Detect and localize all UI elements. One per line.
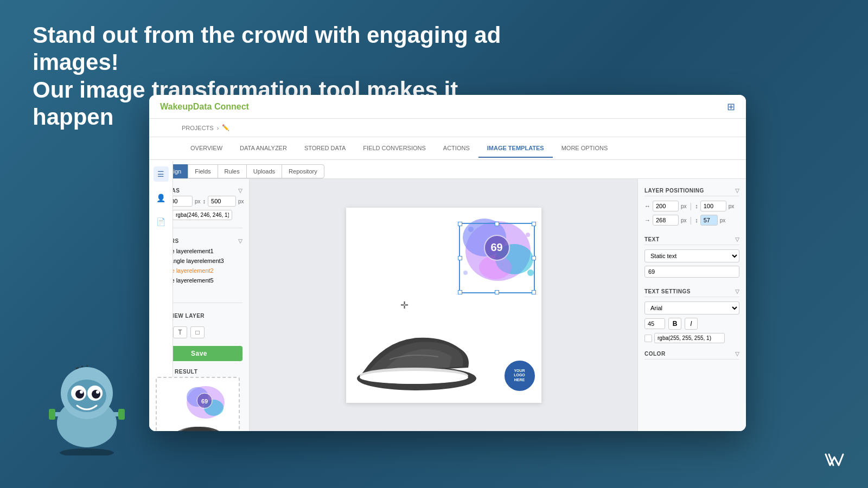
svg-point-38 bbox=[360, 371, 468, 384]
layer-positioning-filter[interactable]: ▽ bbox=[735, 188, 740, 194]
nav-tabs: OVERVIEW DATA ANALYZER STORED DATA FIELD… bbox=[149, 137, 746, 160]
canvas-preview[interactable]: 69 ✛ bbox=[346, 208, 541, 403]
color-section: COLOR ▽ bbox=[644, 349, 739, 364]
sidebar-icon-doc[interactable]: 📄 bbox=[154, 214, 169, 229]
sub-tab-uploads[interactable]: Uploads bbox=[246, 164, 282, 178]
add-shape-layer-btn[interactable]: □ bbox=[190, 326, 205, 338]
pos-separator: | bbox=[690, 202, 692, 210]
svg-point-5 bbox=[75, 390, 84, 399]
pos-w-input[interactable] bbox=[653, 215, 679, 226]
svg-point-6 bbox=[92, 390, 100, 399]
pos-y-input[interactable] bbox=[700, 201, 726, 211]
nav-tab-field-conversions[interactable]: FIELD CONVERSIONS bbox=[354, 139, 435, 158]
pos-y-arrow: ↕ bbox=[695, 203, 698, 209]
svg-rect-14 bbox=[118, 409, 125, 420]
text-settings-section: TEXT SETTINGS ▽ Arial B I bbox=[644, 286, 739, 343]
nav-tab-more-options[interactable]: MORE OPTIONS bbox=[553, 139, 617, 158]
sub-tabs-container: Design Fields Rules Uploads Repository bbox=[149, 160, 746, 179]
robot-character bbox=[33, 336, 141, 455]
text-color-input[interactable] bbox=[654, 333, 725, 343]
color-section-header: COLOR ▽ bbox=[644, 349, 739, 359]
canvas-filter-icon[interactable]: ▽ bbox=[238, 188, 243, 194]
wakeup-logo-bottom-right bbox=[825, 452, 846, 472]
svg-point-31 bbox=[479, 255, 512, 279]
pos-x-arrow: ↔ bbox=[644, 203, 650, 209]
breadcrumb-bar: PROJECTS › ✏️ bbox=[149, 119, 746, 137]
nav-tab-stored-data[interactable]: STORED DATA bbox=[296, 139, 354, 158]
layer-positioning-section: LAYER POSITIONING ▽ ↔ px | ↕ px bbox=[644, 185, 739, 229]
layer-positioning-header: LAYER POSITIONING ▽ bbox=[644, 185, 739, 196]
svg-rect-15 bbox=[49, 409, 55, 420]
main-area: CANVAS ▽ ↔ px ↕ px bbox=[149, 179, 746, 431]
sub-tab-repository[interactable]: Repository bbox=[282, 164, 324, 178]
breadcrumb-projects[interactable]: PROJECTS bbox=[182, 125, 214, 131]
text-color-swatch[interactable] bbox=[644, 335, 652, 342]
sidebar-icon-user[interactable]: 👤 bbox=[154, 190, 169, 206]
svg-point-7 bbox=[80, 390, 83, 394]
sub-tab-rules[interactable]: Rules bbox=[218, 164, 247, 178]
pos-x-input[interactable] bbox=[653, 201, 679, 211]
positioning-wh-row: → px | ↕ px bbox=[644, 215, 739, 226]
app-window: WakeupData Connect ⊞ ☰ 👤 📄 PROJECTS › ✏️… bbox=[149, 95, 746, 431]
nav-tab-data-analyzer[interactable]: DATA ANALYZER bbox=[231, 139, 296, 158]
breadcrumb-chevron: › bbox=[217, 125, 219, 131]
text-type-select[interactable]: Static text bbox=[644, 249, 739, 262]
sidebar-icon-list[interactable]: ☰ bbox=[154, 166, 169, 182]
color-section-filter[interactable]: ▽ bbox=[735, 351, 740, 357]
text-section-header: TEXT ▽ bbox=[644, 234, 739, 245]
text-color-row bbox=[644, 333, 739, 343]
italic-button[interactable]: I bbox=[685, 318, 698, 330]
pos-w-arrow: → bbox=[644, 217, 650, 223]
svg-point-33 bbox=[526, 233, 530, 237]
canvas-height-unit: px bbox=[238, 198, 244, 204]
grid-icon[interactable]: ⊞ bbox=[727, 101, 735, 113]
font-select[interactable]: Arial bbox=[644, 301, 739, 314]
svg-line-11 bbox=[87, 365, 87, 367]
nav-tab-actions[interactable]: ACTIONS bbox=[435, 139, 478, 158]
final-result-preview: 69 YOUR LOGO HERE bbox=[156, 377, 240, 431]
edit-icon[interactable]: ✏️ bbox=[222, 124, 229, 131]
text-format-row: B I bbox=[644, 318, 739, 330]
svg-line-10 bbox=[81, 366, 83, 367]
svg-point-35 bbox=[463, 271, 468, 275]
svg-point-8 bbox=[96, 390, 99, 394]
svg-point-34 bbox=[527, 269, 534, 276]
nav-tab-overview[interactable]: OVERVIEW bbox=[182, 139, 231, 158]
nav-tab-image-templates[interactable]: IMAGE TEMPLATES bbox=[478, 139, 553, 158]
pos-h-input[interactable] bbox=[700, 215, 718, 226]
text-section: TEXT ▽ Static text bbox=[644, 234, 739, 281]
right-panel: LAYER POSITIONING ▽ ↔ px | ↕ px bbox=[637, 179, 746, 431]
text-section-title: TEXT bbox=[644, 236, 660, 242]
canvas-height-arrow: ↕ bbox=[203, 198, 206, 204]
canvas-area: 69 ✛ bbox=[250, 179, 637, 431]
title-bar: WakeupData Connect ⊞ bbox=[149, 95, 746, 119]
text-settings-filter[interactable]: ▽ bbox=[735, 288, 740, 294]
canvas-color-input[interactable] bbox=[173, 210, 232, 220]
font-size-input[interactable] bbox=[644, 318, 665, 329]
add-text-layer-btn[interactable]: T bbox=[173, 326, 187, 338]
sub-tab-fields[interactable]: Fields bbox=[188, 164, 218, 178]
brand-name: WakeupData Connect bbox=[160, 102, 249, 112]
layers-filter-icon[interactable]: ▽ bbox=[238, 238, 243, 244]
bold-button[interactable]: B bbox=[668, 318, 681, 330]
text-settings-header: TEXT SETTINGS ▽ bbox=[644, 286, 739, 297]
text-section-filter[interactable]: ▽ bbox=[735, 236, 740, 242]
positioning-xy-row: ↔ px | ↕ px bbox=[644, 201, 739, 211]
text-settings-title: TEXT SETTINGS bbox=[644, 288, 691, 294]
logo-circle: YOURLOGOHERE bbox=[503, 359, 536, 392]
layer-positioning-title: LAYER POSITIONING bbox=[644, 188, 704, 194]
svg-point-32 bbox=[468, 227, 474, 232]
pos-h-arrow: ↕ bbox=[695, 217, 698, 223]
canvas-height-input[interactable] bbox=[208, 196, 236, 207]
svg-point-16 bbox=[60, 448, 114, 455]
pos-separator2: | bbox=[690, 216, 692, 224]
canvas-width-unit: px bbox=[195, 198, 201, 204]
svg-text:69: 69 bbox=[201, 398, 208, 404]
text-value-input[interactable] bbox=[644, 266, 739, 278]
hero-line1: Stand out from the crowd with engaging a… bbox=[33, 22, 521, 76]
color-section-title: COLOR bbox=[644, 351, 666, 357]
